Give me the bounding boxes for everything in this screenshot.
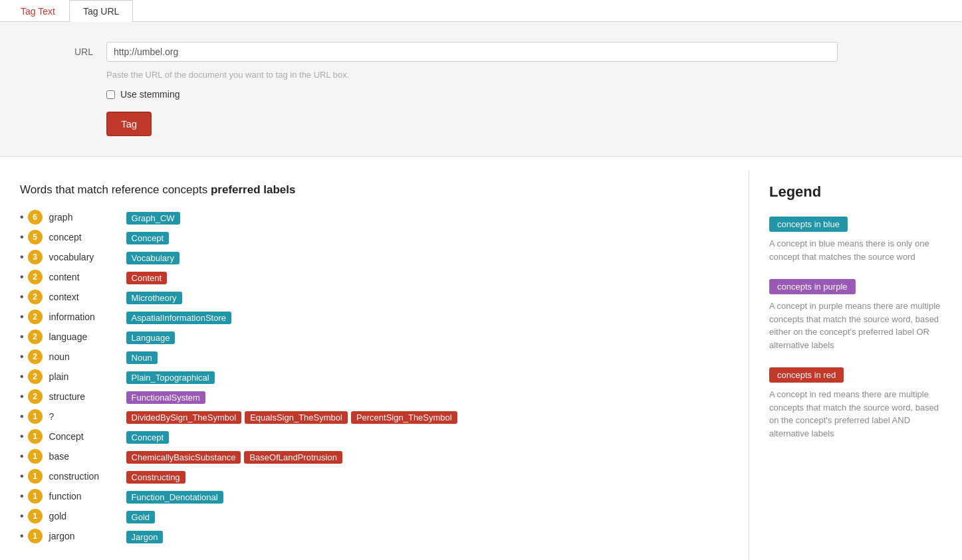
- legend-badge: concepts in purple: [769, 279, 856, 294]
- concept-tag[interactable]: Constructing: [126, 471, 185, 484]
- legend-panel: Legend concepts in blueA concept in blue…: [749, 170, 962, 560]
- concept-tag[interactable]: Vocabulary: [126, 252, 180, 264]
- legend-items: concepts in blueA concept in blue means …: [769, 217, 942, 440]
- main-results: Words that match reference concepts pref…: [0, 170, 749, 560]
- stemming-checkbox[interactable]: [106, 90, 115, 99]
- tag-button[interactable]: Tag: [106, 112, 152, 136]
- count-badge: 6: [28, 210, 43, 225]
- count-badge: 1: [28, 469, 43, 484]
- list-item: • 1 ConceptConcept: [20, 429, 729, 444]
- stemming-label[interactable]: Use stemming: [120, 89, 180, 100]
- concept-tag[interactable]: Function_Denotational: [126, 491, 223, 504]
- word-text: construction: [49, 471, 122, 482]
- concept-tag[interactable]: Jargon: [126, 531, 164, 543]
- word-text: base: [49, 451, 122, 462]
- tabs-bar: Tag Text Tag URL: [0, 0, 962, 22]
- count-badge: 2: [28, 369, 43, 384]
- bullet: •: [20, 430, 24, 442]
- concept-tag[interactable]: Concept: [126, 431, 169, 444]
- list-item: • 1 functionFunction_Denotational: [20, 489, 729, 504]
- stemming-row: Use stemming: [106, 89, 922, 100]
- results-title: Words that match reference concepts pref…: [20, 183, 729, 197]
- list-item: • 1 jargonJargon: [20, 529, 729, 543]
- concept-tag[interactable]: Language: [126, 331, 176, 344]
- url-row: URL: [40, 42, 922, 62]
- bullet: •: [20, 331, 24, 343]
- list-item: • 2 informationAspatialInformationStore: [20, 310, 729, 324]
- count-badge: 3: [28, 250, 43, 264]
- list-item: • 2 structureFunctionalSystem: [20, 389, 729, 404]
- results-area: Words that match reference concepts pref…: [0, 157, 962, 560]
- legend-item: concepts in redA concept in red means th…: [769, 367, 942, 440]
- count-badge: 2: [28, 329, 43, 344]
- list-item: • 2 contentContent: [20, 270, 729, 284]
- word-text: plain: [49, 371, 122, 382]
- count-badge: 1: [28, 449, 43, 464]
- bullet: •: [20, 530, 24, 542]
- count-badge: 5: [28, 230, 43, 244]
- legend-title: Legend: [769, 183, 942, 201]
- concept-tag[interactable]: BaseOfLandProtrusion: [244, 451, 342, 464]
- word-text: concept: [49, 232, 122, 242]
- concept-tag[interactable]: Noun: [126, 351, 158, 364]
- word-text: graph: [49, 212, 122, 223]
- word-text: function: [49, 491, 122, 502]
- bullet: •: [20, 470, 24, 482]
- bullet: •: [20, 291, 24, 303]
- concept-tag[interactable]: ChemicallyBasicSubstance: [126, 451, 241, 464]
- concept-tag[interactable]: Gold: [126, 511, 155, 523]
- legend-badge: concepts in blue: [769, 217, 848, 232]
- concept-tag[interactable]: AspatialInformationStore: [126, 312, 231, 324]
- tab-tag-url[interactable]: Tag URL: [69, 0, 133, 22]
- concept-tag[interactable]: Microtheory: [126, 292, 182, 304]
- tab-tag-text[interactable]: Tag Text: [7, 0, 69, 22]
- list-item: • 6 graphGraph_CW: [20, 210, 729, 225]
- bullet: •: [20, 211, 24, 223]
- url-input[interactable]: [106, 42, 838, 62]
- count-badge: 2: [28, 310, 43, 324]
- legend-badge: concepts in red: [769, 367, 844, 383]
- list-item: • 1 baseChemicallyBasicSubstanceBaseOfLa…: [20, 449, 729, 464]
- count-badge: 1: [28, 409, 43, 424]
- count-badge: 2: [28, 290, 43, 304]
- bullet: •: [20, 351, 24, 363]
- list-item: • 2 contextMicrotheory: [20, 290, 729, 304]
- concept-tag[interactable]: DividedBySign_TheSymbol: [126, 411, 242, 424]
- count-badge: 1: [28, 429, 43, 444]
- word-text: structure: [49, 391, 122, 402]
- word-text: jargon: [49, 531, 122, 541]
- url-hint: Paste the URL of the document you want t…: [106, 70, 922, 80]
- list-item: • 2 languageLanguage: [20, 329, 729, 344]
- concept-tag[interactable]: Graph_CW: [126, 212, 180, 225]
- word-text: content: [49, 272, 122, 282]
- count-badge: 2: [28, 270, 43, 284]
- list-item: • 1 ?DividedBySign_TheSymbolEqualsSign_T…: [20, 409, 729, 424]
- list-item: • 2 plainPlain_Topographical: [20, 369, 729, 384]
- word-text: language: [49, 331, 122, 342]
- top-panel: URL Paste the URL of the document you wa…: [0, 22, 962, 157]
- bullet: •: [20, 510, 24, 522]
- word-text: context: [49, 292, 122, 302]
- list-item: • 1 goldGold: [20, 509, 729, 523]
- bullet: •: [20, 391, 24, 403]
- list-item: • 3 vocabularyVocabulary: [20, 250, 729, 264]
- count-badge: 1: [28, 509, 43, 523]
- legend-item: concepts in purpleA concept in purple me…: [769, 279, 942, 351]
- word-text: ?: [49, 411, 122, 422]
- count-badge: 1: [28, 529, 43, 543]
- list-item: • 2 nounNoun: [20, 349, 729, 364]
- count-badge: 1: [28, 489, 43, 504]
- concept-tag[interactable]: Content: [126, 272, 168, 284]
- count-badge: 2: [28, 389, 43, 404]
- word-text: noun: [49, 351, 122, 362]
- bullet: •: [20, 311, 24, 323]
- concept-tag[interactable]: EqualsSign_TheSymbol: [245, 411, 348, 424]
- count-badge: 2: [28, 349, 43, 364]
- bullet: •: [20, 251, 24, 263]
- concept-tag[interactable]: PercentSign_TheSymbol: [351, 411, 457, 424]
- concept-tag[interactable]: FunctionalSystem: [126, 391, 205, 404]
- legend-description: A concept in purple means there are mult…: [769, 300, 942, 351]
- concept-tag[interactable]: Plain_Topographical: [126, 371, 215, 384]
- concept-tag[interactable]: Concept: [126, 232, 169, 244]
- bullet: •: [20, 371, 24, 383]
